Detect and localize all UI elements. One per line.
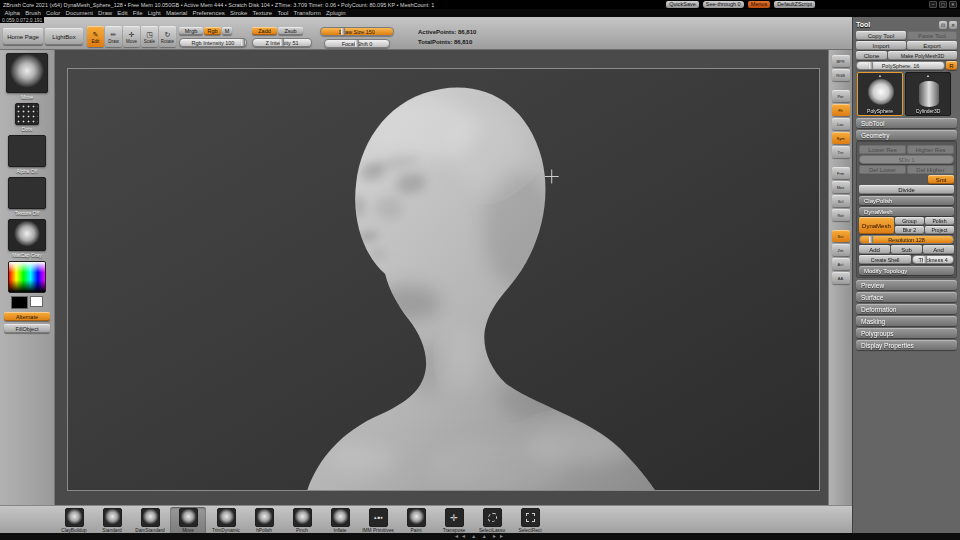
paste-tool-button[interactable]: Paste Tool — [907, 31, 957, 40]
brush-move[interactable]: Move — [170, 507, 206, 534]
brush-claybuildup[interactable]: ClayBuildup — [56, 507, 92, 534]
main-color-swatch[interactable] — [11, 296, 28, 309]
maximize-icon[interactable]: ▢ — [939, 1, 947, 8]
section-dynamesh[interactable]: DynaMesh — [859, 207, 954, 216]
fill-object-button[interactable]: FillObject — [4, 324, 50, 333]
add-button[interactable]: Add — [859, 245, 890, 254]
section-geometry[interactable]: Geometry — [856, 130, 957, 140]
scale-mode-button[interactable]: ◳ Scale — [141, 26, 158, 47]
brush-hpolish[interactable]: hPolish — [246, 507, 282, 534]
brush-inflate[interactable]: Inflate — [322, 507, 358, 534]
and-button[interactable]: And — [923, 245, 954, 254]
palette-dock-icon[interactable]: ⊡ — [939, 21, 947, 29]
del-lower-button[interactable]: Del Lower — [859, 165, 906, 174]
symmetry-icon[interactable]: Sym — [832, 132, 850, 144]
menu-item[interactable]: Zplugin — [323, 9, 348, 17]
default-zscript-button[interactable]: DefaultZScript — [774, 1, 815, 8]
frame-icon[interactable]: Frm — [832, 167, 850, 179]
brush-imm-primitives[interactable]: IMM Primitives — [360, 507, 396, 534]
lower-res-button[interactable]: Lower Res — [859, 145, 906, 154]
polish-button[interactable]: Polish — [925, 217, 954, 225]
focal-shift-slider[interactable]: Focal Shift 0 — [324, 39, 390, 48]
quicksave-button[interactable]: QuickSave — [666, 1, 699, 8]
bpr-render-icon[interactable]: BPR — [832, 55, 850, 67]
higher-res-button[interactable]: Higher Res — [907, 145, 954, 154]
menu-item[interactable]: Brush — [23, 9, 44, 17]
brush-transpose[interactable]: Transpose — [436, 507, 472, 534]
palette-close-icon[interactable]: ✕ — [949, 21, 957, 29]
close-icon[interactable]: ✕ — [949, 1, 957, 8]
scroll-icon[interactable]: Scr — [832, 230, 850, 242]
menu-item[interactable]: Texture — [250, 9, 275, 17]
menu-item[interactable]: Draw — [96, 9, 115, 17]
actual-size-icon[interactable]: Act — [832, 258, 850, 270]
zsub-button[interactable]: Zsub — [278, 27, 303, 35]
smt-button[interactable]: Smt — [928, 175, 954, 184]
sub-button[interactable]: Sub — [891, 245, 922, 254]
move-canvas-icon[interactable]: Mov — [832, 181, 850, 193]
sdiv-slider[interactable]: SDiv 1 — [859, 155, 954, 164]
material-thumbnail[interactable] — [8, 219, 46, 251]
tool-r-button[interactable]: R — [946, 61, 957, 70]
copy-tool-button[interactable]: Copy Tool — [856, 31, 906, 40]
make-polymesh3d-button[interactable]: Make PolyMesh3D — [888, 51, 957, 60]
see-through-slider[interactable]: See-through 0 — [703, 1, 744, 8]
brush-standard[interactable]: Standard — [94, 507, 130, 534]
palette-section[interactable]: Surface — [856, 292, 957, 302]
texture-thumbnail[interactable] — [8, 177, 46, 209]
menu-item[interactable]: Color — [43, 9, 63, 17]
zoom-icon[interactable]: Zm — [832, 244, 850, 256]
menu-item[interactable]: Tool — [275, 9, 291, 17]
menu-item[interactable]: Transform — [291, 9, 323, 17]
transparency-icon[interactable]: Trn — [832, 146, 850, 158]
menu-item[interactable]: Edit — [115, 9, 131, 17]
secondary-color-swatch[interactable] — [30, 296, 43, 307]
palette-section[interactable]: Preview — [856, 280, 957, 290]
project-button[interactable]: Project — [925, 226, 954, 234]
menu-item[interactable]: Document — [63, 9, 96, 17]
color-picker[interactable] — [8, 261, 46, 293]
palette-section[interactable]: Polygroups — [856, 328, 957, 338]
menu-item[interactable]: Alpha — [2, 9, 23, 17]
move-mode-button[interactable]: ✛ Move — [123, 26, 140, 47]
menu-item[interactable]: Preferences — [190, 9, 228, 17]
divide-button[interactable]: Divide — [859, 185, 954, 194]
palette-section[interactable]: Display Properties — [856, 340, 957, 350]
palette-section[interactable]: Deformation — [856, 304, 957, 314]
menus-button[interactable]: Menus — [748, 1, 771, 8]
draw-size-slider[interactable]: Draw Size 150 — [320, 27, 394, 36]
brush-selectlasso[interactable]: SelectLasso — [474, 507, 510, 534]
menu-item[interactable]: Light — [145, 9, 163, 17]
rgb-intensity-slider[interactable]: Rgb Intensity 100 — [179, 38, 247, 47]
sculpt-model[interactable] — [68, 69, 819, 490]
local-transform-icon[interactable]: Loc — [832, 118, 850, 130]
menu-item[interactable]: Material — [163, 9, 190, 17]
brush-selectrect[interactable]: SelectRect — [512, 507, 548, 534]
render-rgb-icon[interactable]: RGB — [832, 69, 850, 81]
del-higher-button[interactable]: Del Higher — [907, 165, 954, 174]
section-modify-topology[interactable]: Modify Topology — [859, 266, 954, 275]
blur-slider[interactable]: Blur 2 — [895, 226, 924, 234]
brush-pinch[interactable]: Pinch — [284, 507, 320, 534]
create-shell-button[interactable]: Create Shell — [859, 255, 911, 264]
brush-trimdynamic[interactable]: TrimDynamic — [208, 507, 244, 534]
menu-item[interactable]: File — [130, 9, 145, 17]
draw-mode-button[interactable]: ✏ Draw — [105, 26, 122, 47]
rotate-mode-button[interactable]: ↻ Rotate — [159, 26, 176, 47]
group-button[interactable]: Group — [895, 217, 924, 225]
aa-half-icon[interactable]: AA — [832, 272, 850, 284]
perspective-icon[interactable]: Per — [832, 90, 850, 102]
timeline-scrub-bar[interactable]: ◄◄ ▲ ▲ ►► — [0, 533, 960, 540]
mrgb-button[interactable]: Mrgb — [179, 27, 203, 35]
switch-color-button[interactable]: Alternate — [4, 312, 50, 321]
dynamesh-button[interactable]: DynaMesh — [859, 217, 894, 234]
thickness-slider[interactable]: Thickness 4 — [912, 255, 954, 264]
floor-grid-icon[interactable]: Flr — [832, 104, 850, 116]
tool-slot-cylinder3d[interactable]: ▲ Cylinder3D — [905, 72, 951, 116]
scale-canvas-icon[interactable]: Scl — [832, 195, 850, 207]
tool-slot-polysphere[interactable]: ▲ PolySphere — [857, 72, 903, 116]
tool-item-slider[interactable]: PolySphere. 16 — [856, 61, 945, 70]
clone-button[interactable]: Clone — [856, 51, 887, 60]
menu-item[interactable]: Stroke — [227, 9, 250, 17]
lightbox-button[interactable]: LightBox — [45, 28, 83, 45]
